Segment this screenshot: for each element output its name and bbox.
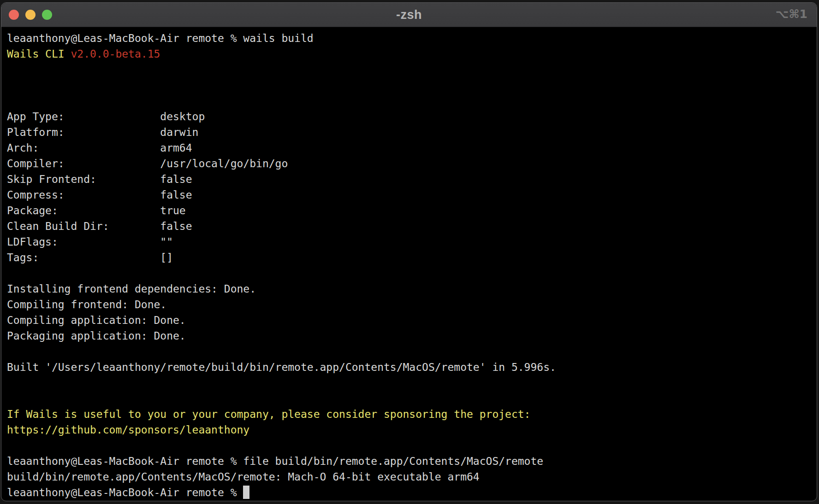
terminal-line: Installing frontend dependencies: Done. (7, 281, 817, 297)
terminal-line (7, 93, 817, 109)
terminal-line: Compiling application: Done. (7, 312, 817, 328)
terminal-line (7, 438, 817, 453)
terminal-text-segment: leaanthony@Leas-MacBook-Air remote % wai… (7, 32, 314, 44)
terminal-text-segment: https://github.com/sponsors/leaanthony (7, 424, 249, 436)
terminal-text-segment: Platform: darwin (7, 126, 198, 138)
terminal-line: leaanthony@Leas-MacBook-Air remote % (7, 485, 817, 500)
terminal-text-segment: LDFlags: "" (7, 236, 173, 248)
terminal-line (7, 265, 817, 281)
terminal-line: Arch: arm64 (7, 140, 817, 156)
terminal-text-segment: If Wails is useful to you or your compan… (7, 408, 530, 420)
terminal-line: https://github.com/sponsors/leaanthony (7, 422, 817, 438)
terminal-text-segment: Packaging application: Done. (7, 330, 186, 342)
terminal-line (7, 77, 817, 93)
zoom-button[interactable] (42, 10, 52, 20)
terminal-line: Clean Build Dir: false (7, 218, 817, 234)
terminal-text-segment: App Type: desktop (7, 111, 205, 123)
terminal-line (7, 62, 817, 77)
terminal-line: Compress: false (7, 187, 817, 203)
terminal-line: Wails CLI v2.0.0-beta.15 (7, 46, 817, 62)
terminal-text-segment: Compress: false (7, 189, 192, 201)
terminal-text-segment: Package: true (7, 205, 186, 217)
terminal-text-segment: Built '/Users/leaanthony/remote/build/bi… (7, 361, 556, 373)
terminal-line: Built '/Users/leaanthony/remote/build/bi… (7, 359, 817, 375)
terminal-output[interactable]: leaanthony@Leas-MacBook-Air remote % wai… (1, 27, 817, 500)
terminal-text-segment: build/bin/remote.app/Contents/MacOS/remo… (7, 471, 480, 483)
terminal-line: Packaging application: Done. (7, 328, 817, 344)
terminal-text-segment: Compiling frontend: Done. (7, 299, 166, 311)
terminal-line: App Type: desktop (7, 109, 817, 124)
terminal-text-segment: Compiler: /usr/local/go/bin/go (7, 158, 288, 170)
titlebar[interactable]: -zsh ⌥⌘1 (1, 3, 817, 27)
terminal-text-segment: v2.0.0-beta.15 (71, 48, 160, 60)
terminal-line: leaanthony@Leas-MacBook-Air remote % wai… (7, 30, 817, 46)
terminal-text-segment: leaanthony@Leas-MacBook-Air remote % fil… (7, 455, 543, 467)
terminal-text-segment: Arch: arm64 (7, 142, 192, 154)
terminal-text-segment: Tags: [] (7, 252, 173, 264)
terminal-line: Tags: [] (7, 250, 817, 265)
terminal-line: Skip Frontend: false (7, 171, 817, 187)
terminal-line: leaanthony@Leas-MacBook-Air remote % fil… (7, 453, 817, 469)
terminal-line: Compiler: /usr/local/go/bin/go (7, 156, 817, 171)
terminal-window: -zsh ⌥⌘1 leaanthony@Leas-MacBook-Air rem… (1, 2, 817, 501)
terminal-text-segment: Clean Build Dir: false (7, 220, 192, 232)
terminal-line: LDFlags: "" (7, 234, 817, 250)
terminal-cursor (243, 486, 249, 499)
terminal-line (7, 375, 817, 391)
terminal-line (7, 391, 817, 406)
minimize-button[interactable] (25, 10, 36, 20)
terminal-text-segment: Wails CLI (7, 48, 71, 60)
terminal-text-segment: Installing frontend dependencies: Done. (7, 283, 256, 295)
close-button[interactable] (9, 10, 19, 20)
terminal-line: Platform: darwin (7, 124, 817, 140)
traffic-lights (9, 10, 52, 20)
terminal-line: Package: true (7, 203, 817, 218)
terminal-line: Compiling frontend: Done. (7, 297, 817, 312)
keyboard-shortcut-badge: ⌥⌘1 (776, 7, 807, 21)
terminal-line: If Wails is useful to you or your compan… (7, 406, 817, 422)
terminal-text-segment: leaanthony@Leas-MacBook-Air remote % (7, 486, 243, 498)
terminal-line: build/bin/remote.app/Contents/MacOS/remo… (7, 469, 817, 485)
terminal-text-segment: Compiling application: Done. (7, 314, 186, 326)
window-title: -zsh (1, 8, 817, 22)
terminal-text-segment: Skip Frontend: false (7, 173, 192, 185)
terminal-line (7, 344, 817, 359)
